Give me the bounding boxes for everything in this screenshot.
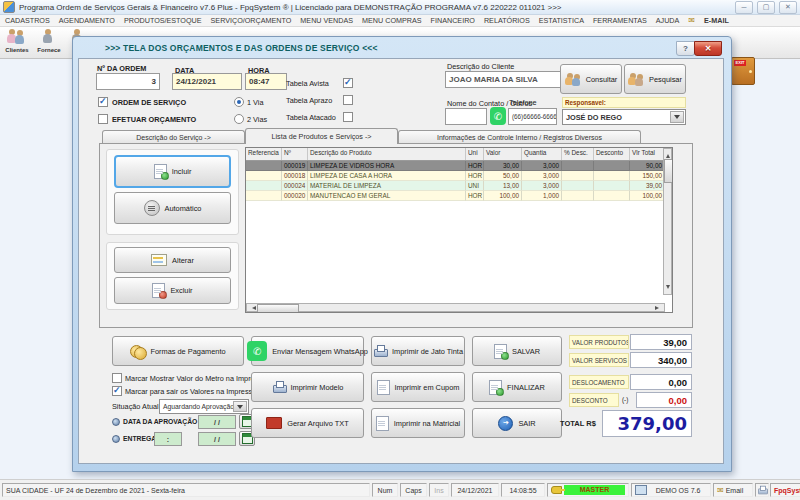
table-row[interactable]: 000018 LIMPEZA DE CASA A HORA HOR 50,00 … (246, 171, 672, 181)
menu-email[interactable]: E-MAIL (704, 16, 729, 25)
1via-radio[interactable] (234, 97, 244, 107)
contato-field[interactable] (445, 108, 487, 125)
entrega-time-field[interactable]: : (154, 432, 182, 446)
table-row[interactable]: 000019 LIMPEZA DE VIDROS HORA HOR 30,00 … (246, 161, 672, 171)
minimize-icon[interactable]: ─ (735, 1, 753, 14)
menu-vendas[interactable]: MENU VENDAS (300, 16, 353, 25)
exit-door-button[interactable]: EXIT (731, 57, 755, 85)
cell-quantia: 1,000 (522, 191, 562, 201)
automatico-button[interactable]: Automático (114, 192, 231, 224)
incluir-button[interactable]: Incluir (114, 155, 231, 188)
sair-button[interactable]: SAIR (472, 408, 562, 438)
help-button[interactable]: ? (676, 41, 695, 56)
header-vlrtotal[interactable]: Vlr Total (630, 148, 665, 160)
menu-cadastros[interactable]: CADASTROS (5, 16, 50, 25)
sair-valores-checkbox[interactable] (112, 386, 122, 396)
header-referencia[interactable]: Referencia (246, 148, 282, 160)
key-icon (551, 486, 562, 494)
dialog-close-button[interactable]: ✕ (694, 41, 722, 56)
header-numero[interactable]: Nº (282, 148, 308, 160)
time-field[interactable]: 08:47 (245, 73, 287, 90)
whatsapp-send-button[interactable]: Enviar Mensagem WhatsApp (251, 336, 364, 366)
aprovacao-label: DATA DA APROVAÇÃO (123, 418, 197, 425)
desconto-value[interactable]: 0,00 (636, 392, 692, 408)
pesquisar-button[interactable]: Pesquisar (624, 64, 686, 94)
tabela-avista-checkbox[interactable] (343, 78, 353, 88)
imprimir-cupom-button[interactable]: Imprimir em Cupom (371, 372, 465, 402)
dialog-titlebar[interactable]: >>> TELA DOS ORÇAMENTOS E DAS ORDENS DE … (73, 37, 731, 58)
status-master: MASTER (564, 485, 625, 495)
aprovacao-bullet-icon[interactable] (112, 418, 120, 426)
table-header: Referencia Nº Descrição do Produto Uni V… (246, 148, 672, 161)
menu-compras[interactable]: MENU COMPRAS (362, 16, 422, 25)
header-valor[interactable]: Valor (484, 148, 522, 160)
imprimir-matricial-button[interactable]: Imprimir na Matricial (371, 408, 465, 438)
menu-ferramentas[interactable]: FERRAMENTAS (593, 16, 647, 25)
cliente-label: Descrição do Cliente (447, 62, 514, 71)
entrega-date-field[interactable]: / / (198, 432, 236, 446)
app-title: Programa Ordem de Serviços Gerais & Fina… (19, 3, 562, 12)
menu-produtos-estoque[interactable]: PRODUTOS/ESTOQUE (124, 16, 202, 25)
2vias-radio[interactable] (234, 114, 244, 124)
order-number-field[interactable]: 3 (96, 73, 160, 90)
efetuar-orcamento-checkbox[interactable] (98, 114, 108, 124)
header-uni[interactable]: Uni (466, 148, 484, 160)
save-icon (494, 344, 507, 359)
entrega-label: ENTREGA (123, 435, 156, 442)
whatsapp-icon[interactable] (490, 107, 506, 125)
consultar-button[interactable]: Consultar (560, 64, 622, 94)
vertical-scrollbar[interactable] (663, 148, 672, 295)
header-descricao[interactable]: Descrição do Produto (308, 148, 466, 160)
situacao-dropdown[interactable]: Aguardando Aprovação (159, 399, 249, 414)
mostrar-metro-checkbox[interactable] (112, 373, 122, 383)
menu-estatistica[interactable]: ESTATISTICA (539, 16, 584, 25)
tab-lista-produtos[interactable]: Lista de Produtos e Serviços -> (245, 128, 398, 144)
gerar-txt-button[interactable]: Gerar Arquivo TXT (251, 408, 364, 438)
imprimir-modelo-button[interactable]: Imprimir Modelo (251, 372, 364, 402)
header-pdesc[interactable]: % Desc. (562, 148, 594, 160)
alterar-button[interactable]: Alterar (114, 247, 231, 273)
toolbar-fornecedores-button[interactable]: Fornece (34, 29, 64, 53)
date-field[interactable]: 24/12/2021 (172, 73, 242, 90)
chevron-down-icon (670, 111, 684, 123)
salvar-button[interactable]: SALVAR (472, 336, 562, 366)
menu-agendamento[interactable]: AGENDAMENTO (59, 16, 115, 25)
tabela-aprazo-checkbox[interactable] (343, 95, 353, 105)
status-ins: Ins (429, 483, 449, 497)
finalizar-button[interactable]: FINALIZAR (472, 372, 562, 402)
aprovacao-date-field[interactable]: / / (198, 415, 236, 429)
maximize-icon[interactable]: ▢ (757, 1, 775, 14)
imprimir-jato-button[interactable]: Imprimir de Jato Tinta (371, 336, 465, 366)
status-printer[interactable] (755, 483, 769, 497)
cell-pdesc (562, 161, 594, 171)
table-row[interactable]: 000020 MANUTENCAO EM GERAL HOR 100,00 1,… (246, 191, 672, 201)
menu-servico-orcamento[interactable]: SERVIÇO/ORÇAMENTO (211, 16, 292, 25)
excluir-button[interactable]: Excluir (114, 277, 231, 304)
printer-icon (757, 486, 763, 494)
products-table: Referencia Nº Descrição do Produto Uni V… (245, 147, 673, 313)
tabela-atacado-checkbox[interactable] (343, 112, 353, 122)
ordem-servico-checkbox[interactable] (98, 97, 108, 107)
horizontal-scrollbar[interactable] (246, 303, 665, 312)
people-search-icon (628, 73, 644, 86)
menu-financeiro[interactable]: FINANCEIRO (431, 16, 475, 25)
formas-pagamento-button[interactable]: Formas de Pagamento (112, 336, 244, 366)
toolbar-clientes-button[interactable]: Clientes (2, 29, 32, 53)
close-icon[interactable]: ✕ (779, 1, 797, 14)
receipt-icon (377, 380, 390, 395)
cell-desconto (594, 181, 630, 191)
menu-relatorios[interactable]: RELATÓRIOS (484, 16, 530, 25)
telefone-field[interactable]: (66)66666-6666 (508, 108, 557, 125)
cell-uni: HOR (466, 191, 484, 201)
status-email[interactable]: Email (713, 483, 753, 497)
app-icon (3, 1, 15, 13)
table-row[interactable]: 000024 MATERIAL DE LIMPEZA UNI 13,00 3,0… (246, 181, 672, 191)
tab-controle-interno[interactable]: Informações de Controle Interno / Regist… (398, 130, 641, 144)
cell-total: 39,00 (630, 181, 665, 191)
tab-descricao-servico[interactable]: Descrição do Serviço -> (102, 130, 245, 144)
menu-ajuda[interactable]: AJUDA (656, 16, 680, 25)
responsavel-dropdown[interactable]: JOSÉ DO REGO (562, 109, 686, 125)
entrega-bullet-icon[interactable] (112, 435, 120, 443)
header-quantia[interactable]: Quantia (522, 148, 562, 160)
header-desconto[interactable]: Desconto (594, 148, 630, 160)
